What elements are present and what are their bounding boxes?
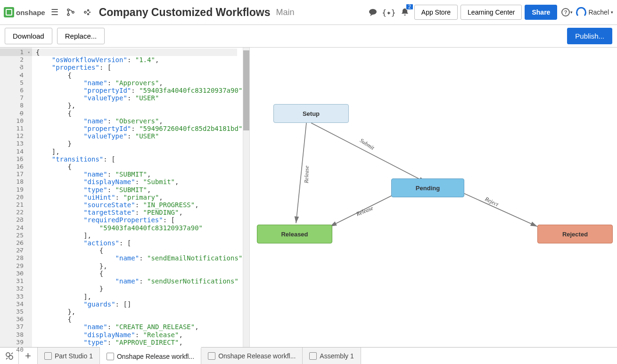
learning-center-button[interactable]: Learning Center [461, 5, 522, 20]
onshape-icon [4, 7, 14, 17]
tab-bar: + Part Studio 1Onshape Release workfl...… [0, 347, 617, 364]
diagram-edges [250, 48, 617, 347]
share-button[interactable]: Share [525, 5, 557, 20]
svg-point-5 [87, 14, 89, 15]
app-header: onshape ☰ Company Customized Workflows M… [0, 0, 617, 25]
hamburger-icon[interactable]: ☰ [48, 6, 61, 19]
svg-point-0 [67, 9, 69, 11]
tab-label: Onshape Release workfl... [218, 352, 296, 360]
main-content: 1▾ 23▾4▾56789▾101112131415▾16▾1718192021… [0, 48, 617, 347]
svg-point-14 [9, 356, 13, 359]
avatar-icon [576, 7, 586, 17]
editor-toolbar: Download Replace... Publish... [0, 25, 617, 48]
help-icon[interactable]: ? ▾ [560, 6, 573, 19]
publish-button[interactable]: Publish... [567, 28, 612, 44]
user-menu[interactable]: Rachel ▾ [576, 7, 613, 17]
document-icon [208, 352, 215, 360]
svg-text:?: ? [564, 9, 568, 15]
chevron-down-icon: ▾ [611, 10, 613, 15]
notifications-icon[interactable]: 2 [398, 6, 411, 19]
svg-line-9 [311, 123, 426, 182]
version-graph-icon[interactable] [64, 6, 77, 19]
download-button[interactable]: Download [5, 28, 52, 44]
tab-label: Onshape Release workfl... [117, 353, 194, 360]
node-setup[interactable]: Setup [273, 104, 349, 123]
brand-text: onshape [16, 8, 45, 16]
replace-button[interactable]: Replace... [57, 28, 105, 44]
insert-icon[interactable] [80, 6, 93, 19]
notification-badge: 2 [406, 4, 413, 10]
tab-1[interactable]: Onshape Release workfl... [100, 347, 201, 364]
user-name: Rachel [588, 8, 609, 16]
svg-line-12 [464, 194, 537, 226]
node-rejected[interactable]: Rejected [537, 225, 613, 243]
tab-2[interactable]: Onshape Release workfl... [201, 348, 303, 364]
vertical-scrollbar[interactable] [243, 48, 249, 347]
line-gutter: 1▾ 23▾4▾56789▾101112131415▾16▾1718192021… [0, 48, 32, 347]
svg-point-1 [67, 14, 69, 16]
tab-label: Assembly 1 [320, 352, 354, 360]
document-branch[interactable]: Main [276, 8, 294, 17]
node-pending[interactable]: Pending [391, 178, 464, 197]
app-store-button[interactable]: App Store [414, 5, 458, 20]
brand-logo[interactable]: onshape [4, 7, 45, 17]
document-title: Company Customized Workflows [99, 6, 271, 19]
comments-icon[interactable] [366, 6, 379, 19]
node-released[interactable]: Released [257, 225, 332, 243]
json-braces-icon[interactable]: {✦} [382, 6, 395, 19]
document-icon [309, 352, 317, 360]
code-editor[interactable]: 1▾ 23▾4▾56789▾101112131415▾16▾1718192021… [0, 48, 250, 347]
tab-label: Part Studio 1 [55, 352, 93, 360]
code-area[interactable]: { "osWorkflowVersion": "1.4", "propertie… [32, 48, 243, 347]
svg-point-4 [87, 10, 89, 11]
scrollbar-thumb[interactable] [243, 50, 249, 130]
tab-0[interactable]: Part Studio 1 [38, 348, 100, 364]
edge-label-release-setup: Release [303, 166, 311, 184]
svg-point-3 [84, 11, 86, 13]
document-icon [44, 352, 52, 360]
svg-point-6 [369, 9, 377, 15]
workflow-diagram[interactable]: Setup Pending Released Rejected Submit R… [250, 48, 617, 347]
tab-3[interactable]: Assembly 1 [303, 348, 361, 364]
document-icon [107, 353, 114, 360]
